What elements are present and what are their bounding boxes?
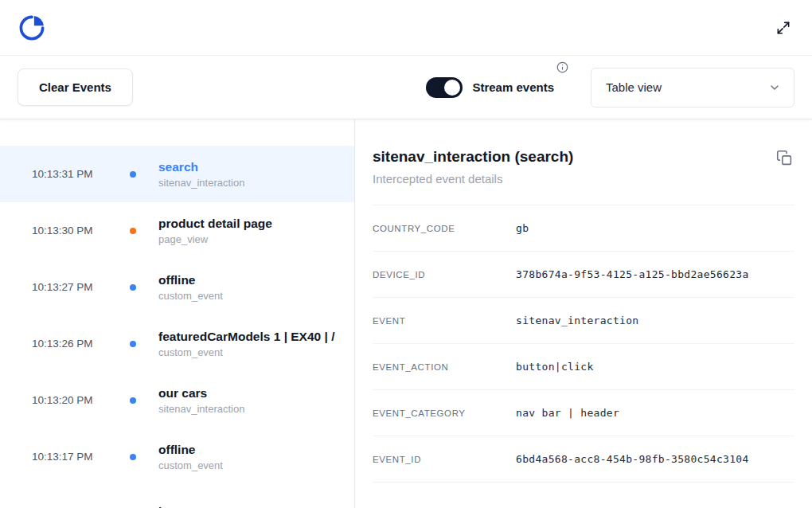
event-list-item[interactable]: 10:13:26 PM featuredCarModels 1 | EX40 |… bbox=[0, 315, 354, 372]
event-type: sitenav_interaction bbox=[158, 177, 349, 189]
details-fields: COUNTRY_CODE gb DEVICE_ID 378b674a-9f53-… bbox=[373, 205, 794, 483]
event-list-item[interactable]: 10:13:30 PM product detail page page_vie… bbox=[0, 202, 354, 259]
event-status-dot bbox=[130, 341, 136, 347]
event-time: 10:13:26 PM bbox=[32, 338, 130, 350]
field-key: EVENT bbox=[373, 316, 516, 326]
field-value: nav bar | header bbox=[516, 407, 619, 419]
event-list: 10:13:31 PM search sitenav_interaction 1… bbox=[0, 119, 355, 508]
event-title: search bbox=[158, 160, 198, 174]
details-header: sitenav_interaction (search) Intercepted… bbox=[373, 148, 794, 186]
field-value: sitenav_interaction bbox=[516, 315, 638, 326]
chevron-down-icon bbox=[768, 81, 781, 94]
event-time: 10:13:20 PM bbox=[32, 394, 130, 406]
event-status-dot bbox=[130, 454, 136, 460]
event-list-item[interactable]: 10:13:17 PM offline custom_event bbox=[0, 428, 354, 485]
details-title: sitenav_interaction (search) bbox=[373, 148, 573, 166]
info-icon[interactable] bbox=[556, 61, 568, 73]
field-row: EVENT_ACTION button|click bbox=[373, 344, 794, 390]
event-time: 10:13:31 PM bbox=[32, 168, 130, 180]
field-value: 378b674a-9f53-4125-a125-bbd2ae56623a bbox=[516, 268, 749, 280]
app-header bbox=[0, 0, 812, 56]
copy-icon[interactable] bbox=[775, 148, 794, 170]
event-type: sitenav_interaction bbox=[158, 403, 349, 415]
event-title: offline bbox=[158, 443, 196, 456]
stream-events-group: Stream events bbox=[426, 77, 565, 98]
event-status-dot bbox=[130, 228, 136, 234]
field-key: DEVICE_ID bbox=[373, 270, 516, 279]
event-type: custom_event bbox=[158, 346, 349, 358]
field-value: button|click bbox=[516, 361, 594, 373]
view-mode-select[interactable]: Table view bbox=[591, 68, 794, 107]
event-list-item[interactable]: 10:13:27 PM offline custom_event bbox=[0, 259, 354, 315]
event-status-dot bbox=[130, 284, 136, 291]
main-content: 10:13:31 PM search sitenav_interaction 1… bbox=[0, 119, 812, 508]
field-key: EVENT_ACTION bbox=[373, 362, 516, 372]
field-value: gb bbox=[516, 222, 529, 234]
event-status-dot bbox=[130, 397, 136, 404]
event-type: custom_event bbox=[158, 459, 349, 471]
clear-events-button[interactable]: Clear Events bbox=[18, 68, 133, 106]
event-title: featuredCarModels 1 | EX40 | / bbox=[158, 330, 334, 343]
details-subtitle: Intercepted event details bbox=[373, 172, 573, 186]
pie-chart-logo-icon bbox=[16, 12, 48, 44]
field-key: COUNTRY_CODE bbox=[373, 224, 516, 233]
event-list-item[interactable]: 10:13:31 PM search sitenav_interaction bbox=[0, 146, 354, 202]
event-time: 10:13:17 PM bbox=[32, 451, 130, 463]
event-title: home page bbox=[158, 505, 224, 508]
stream-events-label: Stream events bbox=[472, 80, 554, 94]
event-list-item[interactable]: home page bbox=[0, 485, 354, 508]
event-type: page_view bbox=[158, 233, 349, 245]
field-row: COUNTRY_CODE gb bbox=[373, 205, 794, 252]
event-time: 10:13:30 PM bbox=[32, 225, 130, 236]
event-time: 10:13:27 PM bbox=[32, 281, 130, 293]
field-row: DEVICE_ID 378b674a-9f53-4125-a125-bbd2ae… bbox=[373, 252, 794, 298]
field-key: EVENT_CATEGORY bbox=[373, 408, 516, 418]
event-type: custom_event bbox=[158, 290, 349, 302]
event-title: product detail page bbox=[158, 217, 272, 230]
toolbar: Clear Events Stream events Table view bbox=[0, 56, 812, 119]
stream-events-toggle[interactable] bbox=[426, 77, 463, 98]
field-row: EVENT_ID 6bd4a568-acc8-454b-98fb-3580c54… bbox=[373, 436, 794, 483]
toggle-knob bbox=[444, 80, 460, 96]
view-mode-value: Table view bbox=[606, 80, 662, 94]
event-details-panel: sitenav_interaction (search) Intercepted… bbox=[355, 119, 812, 508]
expand-icon[interactable] bbox=[772, 17, 794, 39]
event-list-item[interactable]: 10:13:20 PM our cars sitenav_interaction bbox=[0, 372, 354, 428]
field-row: EVENT sitenav_interaction bbox=[373, 298, 794, 344]
event-title: our cars bbox=[158, 386, 207, 400]
field-value: 6bd4a568-acc8-454b-98fb-3580c54c3104 bbox=[516, 453, 749, 465]
event-status-dot bbox=[130, 171, 136, 178]
field-row: EVENT_CATEGORY nav bar | header bbox=[373, 390, 794, 436]
field-key: EVENT_ID bbox=[373, 455, 516, 464]
event-title: offline bbox=[158, 273, 196, 287]
